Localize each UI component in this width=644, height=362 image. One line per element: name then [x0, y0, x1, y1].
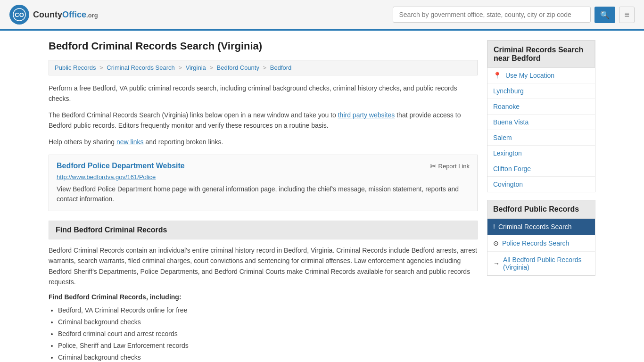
breadcrumb-bedford[interactable]: Bedford — [270, 64, 292, 71]
use-my-location-item[interactable]: 📍 Use My Location — [487, 68, 595, 83]
main-container: Bedford Criminal Records Search (Virgini… — [39, 31, 605, 362]
content-area: Bedford Criminal Records Search (Virgini… — [49, 40, 478, 362]
nearby-city-item[interactable]: Lynchburg — [487, 83, 595, 99]
third-party-link[interactable]: third party websites — [338, 111, 395, 119]
report-icon: ✂ — [430, 162, 436, 171]
list-item: Bedford criminal court and arrest record… — [58, 328, 478, 340]
salem-link[interactable]: Salem — [493, 134, 512, 141]
header: CO CountyOffice.org 🔍 ≡ — [0, 0, 644, 31]
report-link-button[interactable]: ✂ Report Link — [430, 162, 470, 171]
public-records-criminal-search[interactable]: ! Criminal Records Search — [487, 219, 595, 235]
nearby-title: Criminal Records Search near Bedford — [487, 41, 595, 68]
record-link-title[interactable]: Bedford Police Department Website — [57, 162, 185, 170]
search-button[interactable]: 🔍 — [594, 7, 615, 23]
breadcrumb-sep-4: > — [263, 64, 268, 71]
public-records-section: Bedford Public Records ! Criminal Record… — [487, 200, 595, 276]
nearby-city-item[interactable]: Covington — [487, 177, 595, 192]
public-records-all[interactable]: → All Bedford Public Records (Virginia) — [487, 252, 595, 275]
nearby-city-item[interactable]: Roanoke — [487, 99, 595, 115]
record-url[interactable]: http://www.bedfordva.gov/161/Police — [57, 173, 470, 181]
find-sub-heading: Find Bedford Criminal Records, including… — [49, 293, 478, 301]
breadcrumb: Public Records > Criminal Records Search… — [49, 60, 478, 75]
svg-text:CO: CO — [15, 11, 24, 18]
breadcrumb-sep-2: > — [178, 64, 183, 71]
location-icon: 📍 — [493, 72, 501, 79]
record-description: View Bedford Police Department home page… — [57, 184, 470, 204]
new-links-link[interactable]: new links — [116, 138, 144, 146]
roanoke-link[interactable]: Roanoke — [493, 103, 520, 110]
list-item: Police, Sheriff and Law Enforcement reco… — [58, 340, 478, 352]
search-icon: 🔍 — [600, 11, 610, 19]
arrow-icon: → — [493, 260, 500, 267]
breadcrumb-sep-1: > — [99, 64, 105, 71]
bullet-list: Bedford, VA Criminal Records online for … — [58, 304, 478, 362]
nearby-city-item[interactable]: Lexington — [487, 146, 595, 161]
nearby-section: Criminal Records Search near Bedford 📍 U… — [487, 40, 595, 192]
page-title: Bedford Criminal Records Search (Virgini… — [49, 40, 478, 52]
breadcrumb-bedford-county[interactable]: Bedford County — [217, 64, 259, 71]
record-link-header: Bedford Police Department Website ✂ Repo… — [57, 162, 470, 171]
criminal-records-search-link[interactable]: Criminal Records Search — [498, 223, 572, 230]
record-link-block: Bedford Police Department Website ✂ Repo… — [49, 155, 478, 211]
find-section-body: Bedford Criminal Records contain an indi… — [49, 245, 478, 288]
breadcrumb-sep-3: > — [209, 64, 215, 71]
breadcrumb-public-records[interactable]: Public Records — [55, 64, 96, 71]
clifton-forge-link[interactable]: Clifton Forge — [493, 165, 531, 173]
covington-link[interactable]: Covington — [493, 181, 523, 188]
public-records-title: Bedford Public Records — [487, 200, 595, 219]
list-item: Criminal background checks — [58, 352, 478, 362]
breadcrumb-virginia[interactable]: Virginia — [186, 64, 206, 71]
intro-para1: Perform a free Bedford, VA public crimin… — [49, 83, 478, 104]
logo-icon: CO — [9, 5, 29, 25]
nearby-city-item[interactable]: Buena Vista — [487, 115, 595, 130]
menu-button[interactable]: ≡ — [619, 7, 635, 23]
circle-icon: ⊙ — [493, 239, 499, 247]
search-input[interactable] — [393, 7, 591, 23]
find-section-heading: Find Bedford Criminal Records — [49, 221, 478, 239]
intro-para2: The Bedford Criminal Records Search (Vir… — [49, 110, 478, 131]
hamburger-icon: ≡ — [624, 10, 629, 19]
breadcrumb-criminal-records-search[interactable]: Criminal Records Search — [107, 64, 175, 71]
lexington-link[interactable]: Lexington — [493, 149, 522, 157]
sidebar: Criminal Records Search near Bedford 📍 U… — [487, 40, 595, 362]
logo-area: CO CountyOffice.org — [9, 5, 98, 25]
public-records-police-search[interactable]: ⊙ Police Records Search — [487, 235, 595, 252]
list-item: Bedford, VA Criminal Records online for … — [58, 304, 478, 316]
nearby-city-item[interactable]: Clifton Forge — [487, 161, 595, 177]
search-area: 🔍 ≡ — [393, 7, 635, 23]
buena-vista-link[interactable]: Buena Vista — [493, 118, 528, 126]
logo-text: CountyOffice.org — [33, 10, 98, 20]
nearby-city-item[interactable]: Salem — [487, 130, 595, 146]
exclamation-icon: ! — [493, 223, 495, 230]
use-my-location-link[interactable]: Use My Location — [505, 72, 554, 79]
lynchburg-link[interactable]: Lynchburg — [493, 87, 524, 95]
intro-para3: Help others by sharing new links and rep… — [49, 137, 478, 147]
police-records-search-link[interactable]: Police Records Search — [502, 239, 569, 247]
list-item: Criminal background checks — [58, 316, 478, 328]
all-public-records-link[interactable]: All Bedford Public Records (Virginia) — [503, 256, 589, 271]
